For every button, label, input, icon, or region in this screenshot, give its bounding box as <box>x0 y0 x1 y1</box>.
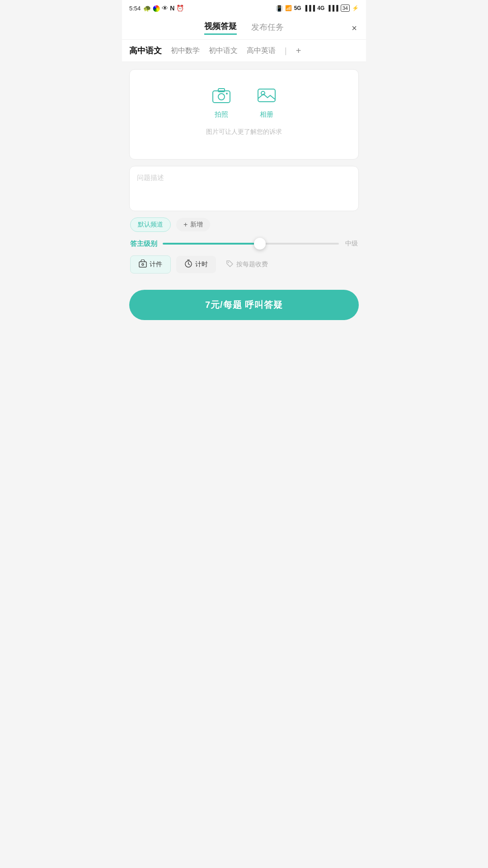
status-right: 📳 📶 5G ▐▐▐ 4G ▐▐▐ 34 ⚡ <box>276 5 359 12</box>
photo-upload-box: 拍照 相册 图片可让人更了解您的诉求 <box>129 69 359 160</box>
battery: 34 <box>341 5 350 12</box>
tab-publish-task[interactable]: 发布任务 <box>251 22 284 34</box>
pricing-per-piece[interactable]: 计件 <box>130 255 171 274</box>
subject-add-button[interactable]: + <box>296 46 301 56</box>
signal-bar2: ▐▐▐ <box>327 5 338 11</box>
level-label: 答主级别 <box>130 240 157 248</box>
close-button[interactable]: × <box>352 24 357 33</box>
pricing-by-time[interactable]: 计时 <box>176 256 216 273</box>
vibrate-icon: 📳 <box>276 5 283 12</box>
slider-thumb <box>254 238 266 250</box>
add-channel-button[interactable]: + 新增 <box>176 218 210 231</box>
channel-row: 默认频道 + 新增 <box>129 217 359 232</box>
add-channel-label: 新增 <box>190 221 203 229</box>
svg-rect-4 <box>258 89 275 102</box>
pricing-question-label: 按每题收费 <box>236 260 268 269</box>
svg-rect-0 <box>213 91 230 103</box>
level-value: 中级 <box>344 240 358 248</box>
status-left: 5:54 🐢 ⬤ 👁 N ⏰ <box>129 5 184 12</box>
wifi-icon: 📶 <box>285 5 292 11</box>
svg-point-3 <box>226 93 228 94</box>
tag-icon <box>226 260 234 269</box>
pricing-row: 计件 计时 按每题收费 <box>129 255 359 274</box>
call-qa-button[interactable]: 7元/每题 呼叫答疑 <box>129 290 359 320</box>
svg-rect-6 <box>139 262 146 267</box>
description-placeholder: 问题描述 <box>137 174 164 181</box>
signal-5g: 5G <box>294 5 301 11</box>
main-content: 拍照 相册 图片可让人更了解您的诉求 问题描述 默认频道 + 新增 <box>122 62 366 281</box>
time: 5:54 <box>129 5 141 12</box>
svg-point-12 <box>228 262 229 263</box>
subject-tab-1[interactable]: 初中数学 <box>171 46 200 56</box>
pricing-time-label: 计时 <box>195 260 208 269</box>
subject-divider: | <box>285 46 287 56</box>
piece-icon <box>139 259 147 269</box>
camera-icon <box>212 88 230 107</box>
status-bar: 5:54 🐢 ⬤ 👁 N ⏰ 📳 📶 5G ▐▐▐ 4G ▐▐▐ 34 ⚡ <box>122 0 366 16</box>
subject-tab-3[interactable]: 高中英语 <box>247 46 276 56</box>
charging-icon: ⚡ <box>352 5 359 11</box>
album-action[interactable]: 相册 <box>258 88 276 119</box>
top-nav: 视频答疑 发布任务 × <box>122 16 366 40</box>
svg-line-10 <box>188 264 190 265</box>
description-box[interactable]: 问题描述 <box>129 166 359 211</box>
photo-actions: 拍照 相册 <box>212 88 276 119</box>
level-row: 答主级别 中级 <box>129 238 359 249</box>
svg-point-7 <box>142 264 144 265</box>
svg-point-1 <box>218 94 225 100</box>
album-label: 相册 <box>260 110 273 119</box>
subject-tab-0[interactable]: 高中语文 <box>129 45 162 56</box>
signal-bar1: ▐▐▐ <box>304 5 315 11</box>
level-slider[interactable] <box>163 238 339 249</box>
app-icons: 🐢 ⬤ 👁 N ⏰ <box>143 5 184 12</box>
pricing-per-question[interactable]: 按每题收费 <box>221 256 272 273</box>
signal-4g: 4G <box>317 5 324 11</box>
slider-track <box>163 243 339 245</box>
subject-tabs: 高中语文 初中数学 初中语文 高中英语 | + <box>122 40 366 62</box>
nav-tabs: 视频答疑 发布任务 <box>204 21 284 35</box>
tab-video-qa[interactable]: 视频答疑 <box>204 21 237 35</box>
subject-tab-2[interactable]: 初中语文 <box>209 46 238 56</box>
bottom-area: 7元/每题 呼叫答疑 <box>122 281 366 334</box>
camera-label: 拍照 <box>215 110 228 119</box>
plus-icon: + <box>183 221 188 229</box>
album-icon <box>258 88 276 107</box>
default-channel-badge[interactable]: 默认频道 <box>130 217 171 232</box>
pricing-piece-label: 计件 <box>150 260 162 269</box>
time-icon <box>184 259 192 269</box>
camera-action[interactable]: 拍照 <box>212 88 230 119</box>
photo-hint: 图片可让人更了解您的诉求 <box>206 128 282 136</box>
